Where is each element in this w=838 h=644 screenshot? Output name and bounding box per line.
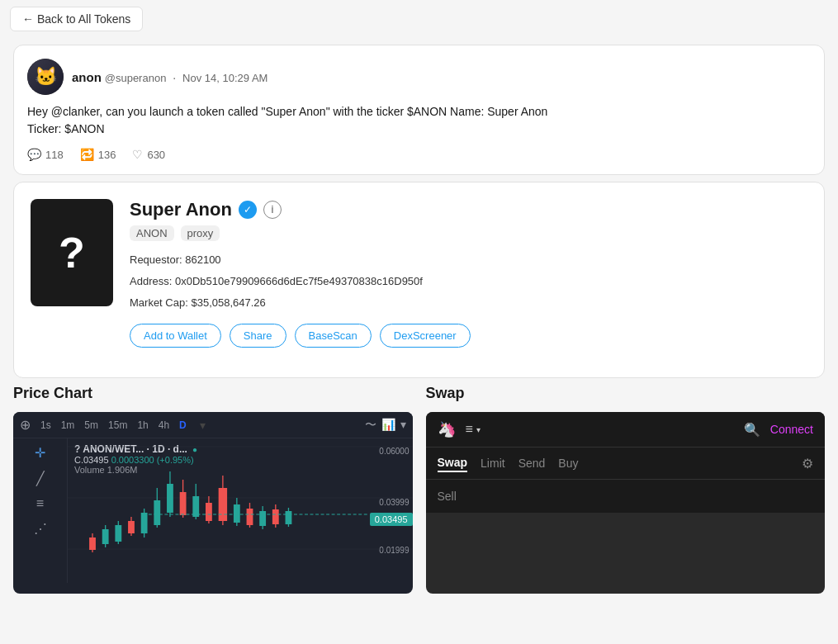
marketcap-value: $35,058,647.26 <box>191 296 265 309</box>
basescan-button[interactable]: BaseScan <box>295 324 372 348</box>
sell-label: Sell <box>438 490 814 503</box>
chart-timeframes: 1s 1m 5m 15m 1h 4h D <box>37 418 190 433</box>
swap-tabs: Swap Limit Send Buy ⚙ <box>426 447 826 480</box>
line-tool[interactable]: ╱ <box>17 471 64 486</box>
token-name: Super Anon <box>130 199 232 220</box>
chart-sidebar-left: ✛ ╱ ≡ ⋰ <box>13 438 68 583</box>
hamburger-icon[interactable]: ≡ <box>466 422 473 437</box>
chart-svg <box>68 438 413 583</box>
tweet-like-stat: ♡ 630 <box>132 148 165 161</box>
tab-buy[interactable]: Buy <box>558 455 578 471</box>
token-section: ? Super Anon ✓ i ANON proxy Requestor: 8… <box>13 182 825 378</box>
chart-toolbar: ⊕ 1s 1m 5m 15m 1h 4h D ▾ 〜 📊 ▾ <box>13 412 413 438</box>
tf-5m[interactable]: 5m <box>81 418 102 433</box>
token-marketcap: Market Cap: $35,058,647.26 <box>130 294 807 312</box>
marketcap-label: Market Cap: <box>130 296 188 309</box>
ticker-tag: ANON <box>130 225 174 241</box>
cursor-tool[interactable]: ✛ <box>17 445 64 461</box>
verified-icon: ✓ <box>239 201 257 219</box>
chart-main: ? ANON/WET... · 1D · d... ● C.03495 0.00… <box>68 438 413 583</box>
swap-nav-right: 🔍 Connect <box>744 422 813 438</box>
tweet-comment-stat: 💬 118 <box>27 148 64 161</box>
swap-logo-icon: 🦄 <box>438 420 456 438</box>
token-header: ? Super Anon ✓ i ANON proxy Requestor: 8… <box>31 199 807 348</box>
swap-content: Sell <box>426 480 826 513</box>
tweet-header: 🐱 anon @superanon · Nov 14, 10:29 AM <box>27 59 811 95</box>
requestor-label: Requestor: <box>130 253 182 266</box>
tab-swap[interactable]: Swap <box>438 454 468 472</box>
chart-candle-icon[interactable]: 📊 <box>381 418 395 433</box>
token-actions: Add to Wallet Share BaseScan DexScreener <box>130 324 807 348</box>
price-chart-panel: Price Chart ⊕ 1s 1m 5m 15m 1h 4h D ▾ 〜 📊 <box>13 385 413 594</box>
tweet-time: Nov 14, 10:29 AM <box>182 72 267 84</box>
tweet-body: Hey @clanker, can you launch a token cal… <box>27 103 811 138</box>
connect-button[interactable]: Connect <box>770 423 813 436</box>
info-icon: i <box>263 201 282 219</box>
address-value: 0x0Db510e79909666d6dEc7f5e49370838c16D95… <box>175 275 423 287</box>
tab-send[interactable]: Send <box>518 455 546 471</box>
chart-body: ✛ ╱ ≡ ⋰ ? ANON/WET... · 1D · d... ● C.03… <box>13 438 413 583</box>
tweet-dot: · <box>173 71 176 84</box>
tf-15m[interactable]: 15m <box>105 418 130 433</box>
chart-icons: 〜 📊 ▾ <box>365 418 406 433</box>
like-icon: ♡ <box>132 148 143 161</box>
hamburger-arrow-icon: ▾ <box>476 425 481 434</box>
tf-4h[interactable]: 4h <box>155 418 173 433</box>
swap-navbar: 🦄 ≡ ▾ 🔍 Connect <box>426 412 826 447</box>
gear-icon[interactable]: ⚙ <box>802 456 813 471</box>
back-label: ← Back to All Tokens <box>22 12 130 26</box>
tf-D[interactable]: D <box>176 418 190 433</box>
tf-1m[interactable]: 1m <box>58 418 78 433</box>
search-icon[interactable]: 🔍 <box>744 422 760 438</box>
tf-divider: ▾ <box>200 419 206 432</box>
tweet-stats: 💬 118 🔁 136 ♡ 630 <box>27 148 811 161</box>
token-name-row: Super Anon ✓ i <box>130 199 807 220</box>
tweet-username: anon <box>72 70 102 84</box>
chart-more-icon[interactable]: ▾ <box>400 418 406 433</box>
token-tags: ANON proxy <box>130 225 807 241</box>
swap-nav-left: 🦄 ≡ ▾ <box>438 420 481 438</box>
tweet-body-line2: Ticker: $ANON <box>27 122 105 135</box>
token-details: Super Anon ✓ i ANON proxy Requestor: 862… <box>130 199 807 348</box>
question-mark-icon: ? <box>59 228 85 277</box>
proxy-tag: proxy <box>181 225 220 241</box>
token-requestor: Requestor: 862100 <box>130 251 807 269</box>
avatar: 🐱 <box>27 59 64 95</box>
tweet-user-info: anon @superanon · Nov 14, 10:29 AM <box>72 70 811 84</box>
lines-tool[interactable]: ≡ <box>17 496 64 511</box>
price-chart-title: Price Chart <box>13 385 413 402</box>
dexscreener-button[interactable]: DexScreener <box>380 324 471 348</box>
chart-plus-icon[interactable]: ⊕ <box>20 417 31 433</box>
comment-count: 118 <box>45 149 64 161</box>
nodes-tool[interactable]: ⋰ <box>17 521 64 537</box>
swap-title: Swap <box>426 385 826 402</box>
bottom-panels: Price Chart ⊕ 1s 1m 5m 15m 1h 4h D ▾ 〜 📊 <box>13 385 825 594</box>
like-count: 630 <box>147 149 165 161</box>
chart-container: ⊕ 1s 1m 5m 15m 1h 4h D ▾ 〜 📊 ▾ <box>13 412 413 594</box>
swap-container: 🦄 ≡ ▾ 🔍 Connect Swap Limit Send Buy ⚙ S <box>426 412 826 594</box>
tweet-card: 🐱 anon @superanon · Nov 14, 10:29 AM Hey… <box>13 45 825 175</box>
tweet-retweet-stat: 🔁 136 <box>80 148 116 161</box>
retweet-count: 136 <box>98 149 116 161</box>
token-address: Address: 0x0Db510e79909666d6dEc7f5e49370… <box>130 272 807 291</box>
tweet-handle: @superanon <box>105 72 167 84</box>
chart-line-icon[interactable]: 〜 <box>365 418 376 433</box>
share-button[interactable]: Share <box>230 324 286 348</box>
retweet-icon: 🔁 <box>80 148 94 161</box>
tf-1s[interactable]: 1s <box>37 418 54 433</box>
swap-panel: Swap 🦄 ≡ ▾ 🔍 Connect Swap Limit Send Bu <box>426 385 826 594</box>
requestor-value: 862100 <box>185 253 220 266</box>
avatar-image: 🐱 <box>27 59 64 95</box>
tf-1h[interactable]: 1h <box>134 418 151 433</box>
tweet-body-line1: Hey @clanker, can you launch a token cal… <box>27 105 547 118</box>
tab-limit[interactable]: Limit <box>481 455 505 471</box>
add-to-wallet-button[interactable]: Add to Wallet <box>130 324 221 348</box>
address-label: Address: <box>130 275 172 287</box>
comment-icon: 💬 <box>27 148 41 161</box>
back-button[interactable]: ← Back to All Tokens <box>10 7 143 31</box>
top-nav: ← Back to All Tokens <box>0 0 838 38</box>
token-logo: ? <box>31 199 113 306</box>
